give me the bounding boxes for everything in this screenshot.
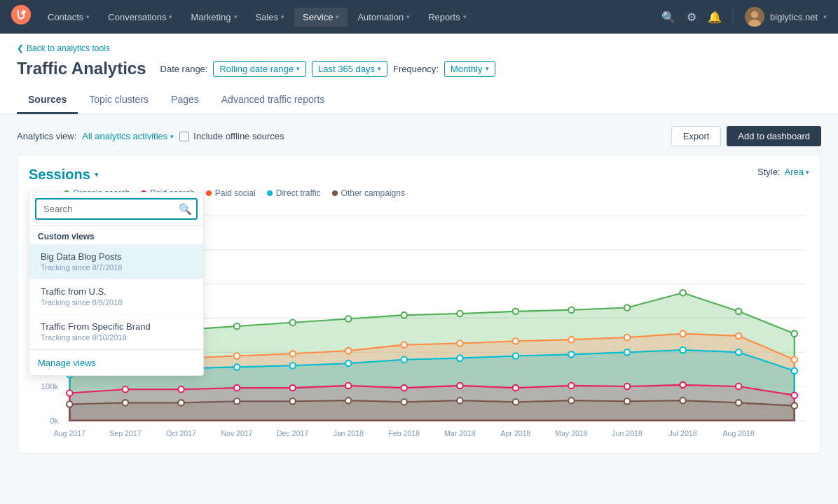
svg-point-26 xyxy=(401,312,407,318)
offline-sources-checkbox-label[interactable]: Include offline sources xyxy=(179,131,284,141)
svg-point-44 xyxy=(624,335,630,340)
svg-text:100k: 100k xyxy=(41,382,58,391)
analytics-view-label: Analytics view: xyxy=(17,131,76,141)
svg-point-51 xyxy=(234,364,240,370)
nav-contacts[interactable]: Contacts ▾ xyxy=(39,8,98,27)
svg-point-29 xyxy=(568,307,574,312)
search-icon[interactable]: 🔍 xyxy=(661,10,675,24)
date-period-button[interactable]: Last 365 days ▾ xyxy=(312,61,387,77)
svg-text:Sep 2017: Sep 2017 xyxy=(109,429,141,438)
chevron-down-icon: ▾ xyxy=(234,13,238,20)
chevron-down-icon: ▾ xyxy=(296,65,300,72)
dropdown-item-subtitle: Tracking since 8/10/2018 xyxy=(41,333,192,342)
svg-point-85 xyxy=(568,398,574,403)
analytics-bar: Analytics view: All analytics activities… xyxy=(17,126,821,146)
nav-conversations[interactable]: Conversations ▾ xyxy=(99,8,181,27)
chart-card: 🔍 Custom views Big Data Blog Posts Track… xyxy=(17,155,821,454)
tab-topic-clusters[interactable]: Topic clusters xyxy=(78,87,160,114)
top-navigation: Contacts ▾ Conversations ▾ Marketing ▾ S… xyxy=(0,0,838,34)
user-menu[interactable]: biglytics.net ▾ xyxy=(745,7,827,27)
page-title: Traffic Analytics xyxy=(17,59,146,78)
chevron-down-icon: ▾ xyxy=(463,13,467,20)
tab-advanced-traffic[interactable]: Advanced traffic reports xyxy=(210,87,336,114)
dropdown-item-title: Traffic From Specific Brand xyxy=(41,321,192,332)
manage-views-link[interactable]: Manage views xyxy=(38,358,96,368)
nav-automation[interactable]: Automation ▾ xyxy=(349,8,418,27)
svg-text:Aug 2017: Aug 2017 xyxy=(54,429,85,438)
chevron-down-icon: ▾ xyxy=(169,13,172,20)
svg-point-32 xyxy=(736,309,741,314)
nav-sales[interactable]: Sales ▾ xyxy=(247,8,294,27)
bell-icon[interactable]: 🔔 xyxy=(708,10,722,24)
svg-point-78 xyxy=(178,400,184,405)
svg-point-89 xyxy=(792,402,797,408)
chevron-down-icon: ▾ xyxy=(823,13,827,20)
svg-point-68 xyxy=(401,385,407,391)
svg-point-38 xyxy=(289,351,295,356)
dropdown-item-title: Big Data Blog Posts xyxy=(41,251,192,262)
back-link[interactable]: ❮ Back to analytics tools xyxy=(17,43,821,53)
svg-point-67 xyxy=(345,383,351,388)
style-label: Style: xyxy=(757,167,781,177)
chevron-down-icon: ▾ xyxy=(378,65,381,72)
chart-title[interactable]: Sessions xyxy=(29,167,90,183)
svg-point-62 xyxy=(67,390,72,396)
chevron-down-icon: ▾ xyxy=(281,13,284,20)
nav-reports[interactable]: Reports ▾ xyxy=(420,8,475,27)
chevron-down-icon: ▾ xyxy=(86,13,90,20)
svg-point-42 xyxy=(513,338,518,344)
legend-dot xyxy=(332,190,338,196)
svg-point-69 xyxy=(457,383,462,388)
date-range-button[interactable]: Rolling date range ▾ xyxy=(213,61,306,77)
dropdown-item-0[interactable]: Big Data Blog Posts Tracking since 8/7/2… xyxy=(29,244,203,279)
username: biglytics.net xyxy=(770,12,818,22)
analytics-view-button[interactable]: All analytics activities ▾ xyxy=(82,131,174,141)
tab-sources[interactable]: Sources xyxy=(17,87,78,114)
svg-point-66 xyxy=(289,385,295,391)
analytics-left: Analytics view: All analytics activities… xyxy=(17,131,284,141)
nav-marketing[interactable]: Marketing ▾ xyxy=(182,8,245,27)
chart-title-area: Sessions ▾ xyxy=(29,167,99,183)
svg-point-88 xyxy=(736,400,741,405)
svg-point-83 xyxy=(457,398,462,403)
dropdown-section-header: Custom views xyxy=(29,226,203,244)
style-button[interactable]: Area ▾ xyxy=(785,167,809,177)
add-to-dashboard-button[interactable]: Add to dashboard xyxy=(727,126,821,146)
svg-point-52 xyxy=(289,363,295,368)
legend-dot xyxy=(206,190,212,196)
offline-sources-checkbox[interactable] xyxy=(179,132,189,141)
svg-point-3 xyxy=(751,11,758,18)
svg-text:0k: 0k xyxy=(50,416,58,425)
dropdown-item-1[interactable]: Traffic from U.S. Tracking since 8/9/201… xyxy=(29,279,203,314)
svg-text:Session date: Session date xyxy=(404,440,456,441)
svg-point-84 xyxy=(513,399,518,405)
dropdown-search-container: 🔍 xyxy=(29,192,203,226)
chevron-down-icon: ▾ xyxy=(170,133,174,140)
export-button[interactable]: Export xyxy=(671,126,722,146)
dropdown-item-2[interactable]: Traffic From Specific Brand Tracking sin… xyxy=(29,314,203,349)
legend-item-other: Other campaigns xyxy=(332,188,405,198)
search-icon[interactable]: 🔍 xyxy=(179,203,192,216)
svg-point-77 xyxy=(123,400,128,405)
nav-service[interactable]: Service ▾ xyxy=(294,8,348,27)
svg-point-30 xyxy=(624,304,630,310)
svg-point-79 xyxy=(234,398,240,404)
svg-text:Mar 2018: Mar 2018 xyxy=(444,429,476,438)
svg-point-54 xyxy=(401,357,407,363)
chevron-down-icon: ▾ xyxy=(336,13,339,20)
svg-point-57 xyxy=(568,351,574,357)
svg-point-70 xyxy=(513,385,518,391)
frequency-button[interactable]: Monthly ▾ xyxy=(444,61,495,77)
dropdown-item-subtitle: Tracking since 8/9/2018 xyxy=(41,298,192,307)
svg-text:Feb 2018: Feb 2018 xyxy=(388,429,420,438)
svg-point-87 xyxy=(680,398,685,403)
svg-point-65 xyxy=(234,385,240,391)
svg-point-82 xyxy=(401,399,407,405)
chart-title-row: Sessions ▾ xyxy=(29,167,99,183)
svg-text:Jul 2018: Jul 2018 xyxy=(669,429,697,438)
tab-pages[interactable]: Pages xyxy=(160,87,210,114)
svg-point-33 xyxy=(792,330,797,336)
gear-icon[interactable]: ⚙ xyxy=(687,10,696,24)
dropdown-search-input[interactable] xyxy=(35,198,198,220)
svg-point-81 xyxy=(345,398,351,403)
